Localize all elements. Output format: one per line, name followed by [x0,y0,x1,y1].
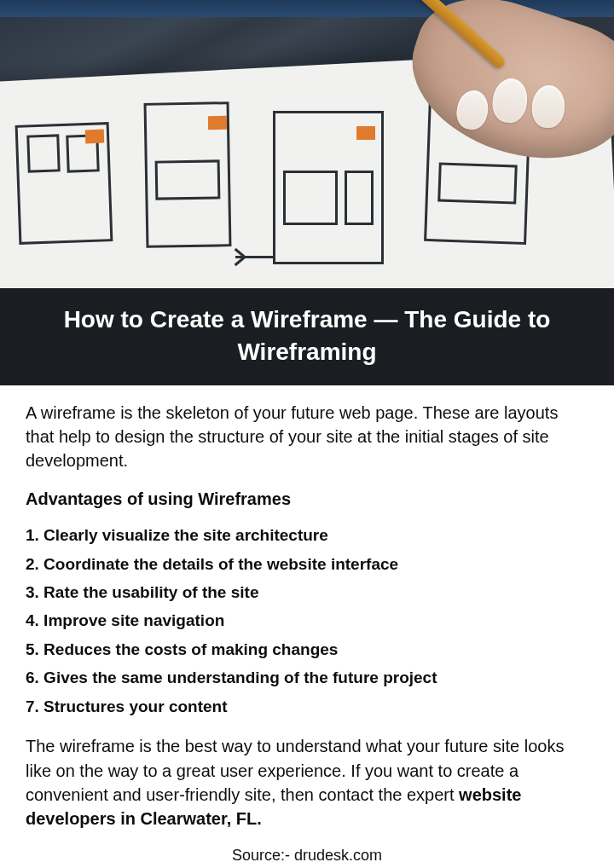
list-item: 3. Rate the usability of the site [26,580,588,605]
wireframe-box [155,159,221,200]
list-item: 5. Reduces the costs of making changes [26,637,588,662]
list-item: 6. Gives the same understanding of the f… [26,665,588,690]
advantages-heading: Advantages of using Wireframes [26,487,588,511]
wireframe-box [437,162,518,204]
advantages-list: 1. Clearly visualize the site architectu… [26,523,588,719]
wireframe-box [26,134,61,172]
wireframe-accent [501,114,521,129]
hero-image [0,0,614,288]
wireframe-accent [85,130,105,144]
article-body: A wireframe is the skeleton of your futu… [0,385,614,868]
list-item: 4. Improve site navigation [26,608,588,633]
page-title: How to Create a Wireframe — The Guide to… [0,288,614,385]
list-item: 7. Structures your content [26,694,588,719]
list-item: 2. Coordinate the details of the website… [26,552,588,576]
wireframe-accent [208,116,227,130]
hero-top-bar [0,0,614,17]
source-line: Source:- drudesk.com [26,845,588,867]
arrow-icon [235,256,273,258]
closing-paragraph: The wireframe is the best way to underst… [26,734,588,831]
wireframe-box [283,171,338,225]
wireframe-accent [356,126,375,140]
wireframe-box [345,171,374,225]
list-item: 1. Clearly visualize the site architectu… [26,523,588,547]
intro-paragraph: A wireframe is the skeleton of your futu… [26,401,588,473]
